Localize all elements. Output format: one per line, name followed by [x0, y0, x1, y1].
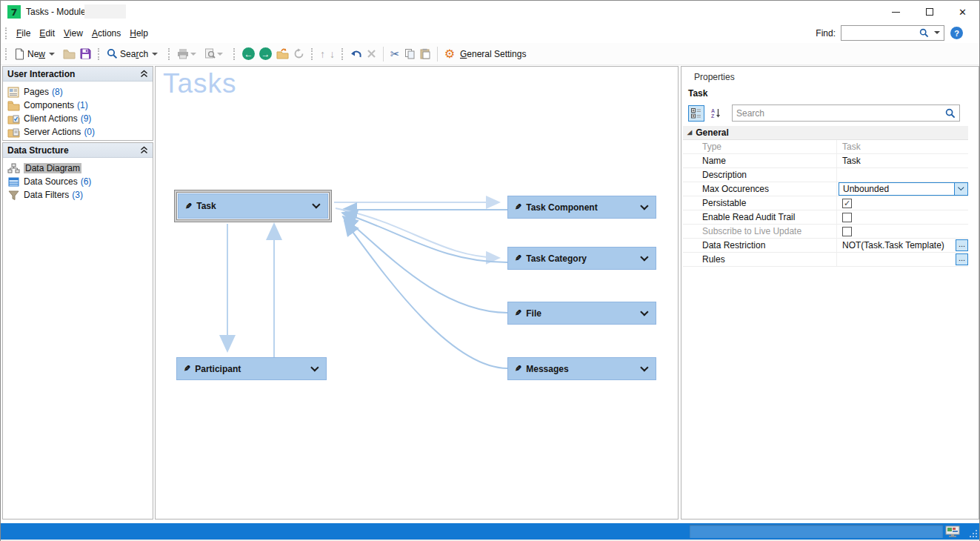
property-group-general[interactable]: ◢ General: [683, 126, 968, 140]
search-dropdown-caret[interactable]: [152, 53, 158, 56]
chevron-down-icon[interactable]: [640, 363, 648, 371]
move-down-button[interactable]: ↓: [327, 47, 337, 62]
entity-participant[interactable]: ✎ Participant: [176, 357, 327, 380]
relation-messages-to-task[interactable]: [344, 221, 507, 368]
menu-view[interactable]: View: [59, 25, 87, 42]
move-up-button[interactable]: ↑: [318, 47, 327, 62]
monitor-icon[interactable]: [945, 525, 960, 537]
sidebar-item-data-diagram[interactable]: Data Diagram: [3, 162, 153, 175]
pencil-icon: ✎: [515, 364, 521, 374]
chevron-down-icon[interactable]: [310, 363, 319, 371]
paste-button[interactable]: [418, 47, 433, 61]
folder-arrow-icon: [276, 48, 289, 59]
rules-ellipsis-button[interactable]: ...: [956, 253, 968, 265]
new-dropdown-caret[interactable]: [49, 53, 55, 56]
entity-messages[interactable]: ✎ Messages: [507, 357, 656, 380]
max-occurences-combobox[interactable]: Unbounded: [839, 182, 968, 196]
menu-help[interactable]: Help: [125, 25, 153, 42]
print-preview-icon: [204, 48, 216, 59]
entity-task-component[interactable]: ✎ Task Component: [507, 196, 656, 219]
maximize-button[interactable]: [913, 1, 946, 23]
close-button[interactable]: ✕: [946, 1, 979, 23]
refresh-button[interactable]: [291, 47, 307, 61]
chevron-down-icon[interactable]: [640, 308, 648, 316]
menu-edit[interactable]: Edit: [35, 25, 59, 42]
find-dropdown-caret[interactable]: [934, 31, 940, 34]
chevron-down-icon[interactable]: [312, 200, 320, 208]
find-input[interactable]: [843, 27, 920, 39]
expander-icon[interactable]: ◢: [687, 129, 692, 136]
copy-button[interactable]: [402, 47, 418, 61]
section-header-user-interaction[interactable]: User Interaction: [3, 67, 153, 82]
entity-task-category[interactable]: ✎ Task Category: [507, 247, 656, 270]
menu-file[interactable]: File: [12, 25, 35, 42]
sidebar-item-pages[interactable]: Pages (8): [3, 85, 153, 99]
property-row-data-restriction[interactable]: Data Restriction NOT(Task.Task Template)…: [683, 239, 968, 253]
toolbar-separator: [383, 47, 384, 62]
combobox-dropdown-button[interactable]: [954, 183, 967, 195]
live-update-checkbox[interactable]: [842, 227, 852, 236]
property-row-max-occurences[interactable]: Max Occurences Unbounded: [683, 182, 968, 196]
categorized-view-button[interactable]: [688, 105, 704, 122]
print-dropdown-caret[interactable]: [190, 53, 196, 56]
relation-file-to-task[interactable]: [343, 216, 507, 313]
sidebar-item-data-filters[interactable]: Data Filters (3): [3, 188, 153, 202]
data-restriction-ellipsis-button[interactable]: ...: [956, 239, 968, 251]
print-button[interactable]: [175, 47, 202, 61]
chevron-down-icon[interactable]: [640, 253, 648, 261]
pencil-icon: ✎: [185, 202, 192, 211]
save-button[interactable]: [78, 47, 93, 61]
forward-button[interactable]: →: [257, 46, 274, 62]
print-preview-button[interactable]: [202, 47, 229, 61]
sidebar-item-client-actions[interactable]: Client Actions (9): [3, 112, 153, 125]
search-button[interactable]: Search: [104, 47, 164, 61]
open-button[interactable]: [61, 47, 78, 61]
general-settings-button[interactable]: ⚙ General Settings: [442, 45, 531, 62]
property-row-name[interactable]: Name Task: [683, 154, 968, 168]
entity-task[interactable]: ✎ Task: [178, 193, 328, 219]
delete-button[interactable]: [364, 47, 379, 60]
property-row-description[interactable]: Description: [683, 168, 968, 182]
new-document-icon: [14, 48, 25, 60]
new-button[interactable]: New: [12, 47, 61, 62]
open-folder-icon: [63, 49, 76, 59]
menu-actions[interactable]: Actions: [87, 25, 125, 42]
diagram-canvas[interactable]: Tasks ✎ Task: [155, 66, 679, 520]
property-row-persistable[interactable]: Persistable ✓: [683, 196, 968, 210]
status-bar: [1, 523, 979, 540]
sidebar-item-data-sources[interactable]: Data Sources (6): [3, 175, 153, 188]
back-button[interactable]: ←: [240, 46, 257, 62]
persistable-checkbox[interactable]: ✓: [842, 199, 852, 208]
forward-icon: →: [259, 47, 272, 60]
sidebar-item-components[interactable]: Components (1): [3, 99, 153, 112]
paste-icon: [420, 48, 430, 59]
collapse-icon[interactable]: [140, 146, 148, 154]
go-into-button[interactable]: [274, 47, 291, 61]
properties-search-input[interactable]: [736, 107, 936, 119]
relations-layer: [156, 67, 679, 520]
property-row-rules[interactable]: Rules ...: [683, 253, 968, 267]
resize-grip[interactable]: [968, 528, 977, 537]
relation-task-to-task-category[interactable]: [336, 208, 499, 258]
preview-dropdown-caret[interactable]: [217, 53, 223, 56]
sidebar-item-server-actions[interactable]: Server Actions (0): [3, 125, 153, 139]
property-row-enable-read-audit-trail[interactable]: Enable Read Audit Trail: [683, 210, 968, 225]
search-icon[interactable]: [919, 28, 929, 38]
sort-alphabetical-button[interactable]: AZ: [707, 105, 724, 122]
chevron-down-icon[interactable]: [640, 202, 648, 210]
svg-text:Z: Z: [711, 113, 715, 119]
section-header-data-structure[interactable]: Data Structure: [3, 143, 153, 158]
find-label: Find:: [816, 28, 836, 39]
property-row-subscribe-live-update[interactable]: Subscribe to Live Update: [683, 225, 968, 239]
entity-file[interactable]: ✎ File: [507, 302, 656, 325]
collapse-icon[interactable]: [140, 70, 148, 78]
undo-button[interactable]: [348, 47, 364, 61]
properties-panel: Properties Task AZ ◢ General Type Task: [681, 66, 979, 520]
title-bar: 7 Tasks - Module - ✕: [1, 1, 979, 23]
pencil-icon: ✎: [515, 308, 521, 318]
gear-icon: ⚙: [444, 47, 455, 61]
read-audit-trail-checkbox[interactable]: [842, 213, 852, 222]
cut-button[interactable]: ✂: [388, 46, 402, 62]
help-icon[interactable]: ?: [950, 27, 963, 39]
minimize-button[interactable]: [879, 1, 913, 23]
